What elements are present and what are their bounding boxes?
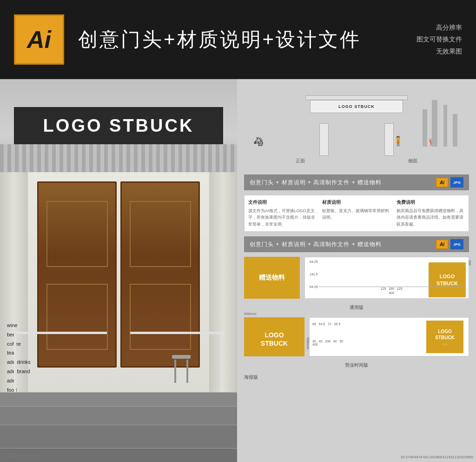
desc-col-material: 材质说明 铝塑板、亚克力、玻璃钢等常用材料说明。 — [322, 199, 390, 228]
ai-logo-badge: Ai — [14, 14, 64, 65]
dim-note: 64.25 141.5 64.25 — [310, 260, 318, 288]
version-label-schedule: 营业时间版 — [244, 362, 469, 368]
railing-right — [130, 332, 223, 392]
header-title: 创意门头+材质说明+设计文件 — [78, 27, 416, 53]
poster-logo-text: LOGOSTBUCK — [261, 331, 288, 348]
badge-ai-2: Ai — [436, 239, 449, 249]
poster-bottom-label: 海报版 — [244, 374, 469, 381]
tree-trunk — [423, 109, 427, 147]
poster-section: 500mm 700mm LOGOSTBUCK LOGOSTBUCK ⊙ ⊙ 66… — [244, 317, 469, 356]
side-label: 侧面 — [408, 158, 417, 164]
stair — [0, 425, 237, 448]
gift-material-box: 赠送物料 — [244, 257, 300, 299]
materials-row-universal: 赠送物料 64.25 141.5 64.25 LOGO STBUCK — [244, 257, 469, 299]
bottom-dim: 125 150 125 400 — [317, 287, 466, 295]
left-photo-panel: LOGO STBUCK wine beer coffee tea — [0, 79, 237, 462]
header-meta-line1: 高分辨率 — [416, 22, 462, 33]
design-diagram: LOGO STBUCK 🦓 🧍 🦌 正面 — [244, 86, 469, 170]
sign-cap — [305, 95, 408, 100]
badge-ai-1: Ai — [436, 177, 449, 187]
right-panel: LOGO STBUCK 🦓 🧍 🦌 正面 — [237, 79, 476, 462]
info-bar-1: 创意门头 + 材质说明 + 高清制作文件 + 赠送物料 Ai JPG — [244, 174, 469, 190]
desc-col2-text: 铝塑板、亚克力、玻璃钢等常用材料说明。 — [322, 208, 390, 221]
canopy-stripes — [0, 144, 237, 172]
logo-text-universal: LOGO STBUCK — [429, 273, 466, 287]
zebra-silhouette: 🦓 — [253, 136, 264, 147]
header-meta-line2: 图文可替换文件 — [416, 33, 462, 45]
desc-col-file: 文件说明 源文件为AI格式，可替换LOGO及文字，所有效果图均不含图片，排版非常… — [248, 199, 317, 228]
desc-col-free: 免费说明 购买商品后可免费获得赠送物料，具体内容请查看商品详情。如有需要请联系客… — [397, 199, 465, 228]
desc-col3-title: 免费说明 — [397, 199, 465, 206]
tree-trunk — [432, 100, 437, 147]
schedule-icon-row: ⊙ ⊙ — [442, 342, 448, 346]
front-label: 正面 — [296, 158, 305, 164]
stair — [0, 406, 237, 425]
badge-jpg-2: JPG — [450, 239, 463, 249]
desc-col3-text: 购买商品后可免费获得赠送物料，具体内容请查看商品详情。如有需要请联系客服。 — [397, 208, 465, 228]
desc-col1-title: 文件说明 — [248, 199, 317, 206]
right-dim: 300 — [468, 260, 471, 286]
badge-group-2: Ai JPG — [436, 239, 463, 249]
dim-inner: 64.25 141.5 64.25 LOGO STBUCK 125 150 12… — [308, 260, 466, 295]
ai-logo-text: Ai — [27, 26, 51, 54]
info-bar-1-text: 创意门头 + 材质说明 + 高清制作文件 + 赠送物料 — [250, 179, 382, 187]
info-bar-2: 创意门头 + 材质说明 + 高清制作文件 + 赠送物料 Ai JPG — [244, 236, 469, 252]
tree-trunk — [453, 114, 457, 147]
stair — [0, 392, 237, 406]
trees-silhouette — [418, 95, 464, 147]
header: Ai 创意门头+材质说明+设计文件 高分辨率 图文可替换文件 无效果图 — [0, 0, 476, 79]
railing-left — [14, 332, 107, 392]
diagram-inner: LOGO STBUCK 🦓 🧍 🦌 — [244, 86, 469, 156]
tree-trunk — [443, 105, 447, 147]
sign-structure-diagram: LOGO STBUCK — [310, 100, 403, 156]
diagram-sign-top: LOGO STBUCK — [310, 100, 403, 113]
railing — [14, 332, 223, 392]
diagram-labels: 正面 侧面 — [244, 158, 469, 164]
desc-col1-text: 源文件为AI格式，可替换LOGO及文字，所有效果图均不含图片，排版非常简单，非常… — [248, 208, 317, 228]
desc-col2-title: 材质说明 — [322, 199, 390, 206]
header-meta: 高分辨率 图文可替换文件 无效果图 — [416, 22, 462, 57]
schedule-diagram: LOGOSTBUCK ⊙ ⊙ 66 54.5 72 35.5 30 40 200… — [309, 317, 469, 356]
diagram-pillar-left — [319, 123, 329, 156]
person-silhouette: 🧍 — [392, 135, 404, 147]
badge-jpg-1: JPG — [450, 177, 463, 187]
building: wine beer coffee tea ade drinks ade bran… — [0, 172, 237, 462]
sign-text: LOGO STBUCK — [43, 116, 194, 136]
header-meta-line3: 无效果图 — [416, 46, 462, 57]
id-stamp: ID:27404474 NO:201908311931110315000 — [401, 455, 473, 459]
canopy: LOGO STBUCK — [0, 79, 237, 172]
main-content: LOGO STBUCK wine beer coffee tea — [0, 79, 476, 462]
badge-group-1: Ai JPG — [436, 177, 463, 187]
description-table: 文件说明 源文件为AI格式，可替换LOGO及文字，所有效果图均不含图片，排版非常… — [244, 195, 469, 232]
sign-board: LOGO STBUCK — [14, 107, 223, 144]
version-label-universal: 通用版 — [244, 304, 469, 311]
info-bar-2-text: 创意门头 + 材质说明 + 高清制作文件 + 赠送物料 — [250, 241, 382, 248]
gift-label: 赠送物料 — [259, 274, 285, 282]
poster-box: 500mm 700mm LOGOSTBUCK — [244, 317, 304, 356]
dimension-diagram-universal: 64.25 141.5 64.25 LOGO STBUCK 125 150 12… — [304, 257, 469, 299]
watermark: 昵图网 nipic.com — [3, 453, 38, 459]
schedule-logo-text: LOGOSTBUCK — [435, 328, 455, 341]
storefront-background: LOGO STBUCK wine beer coffee tea — [0, 79, 237, 462]
schedule-logo-box: LOGOSTBUCK ⊙ ⊙ — [426, 321, 463, 353]
poster-500mm-label: 500mm — [244, 312, 257, 316]
